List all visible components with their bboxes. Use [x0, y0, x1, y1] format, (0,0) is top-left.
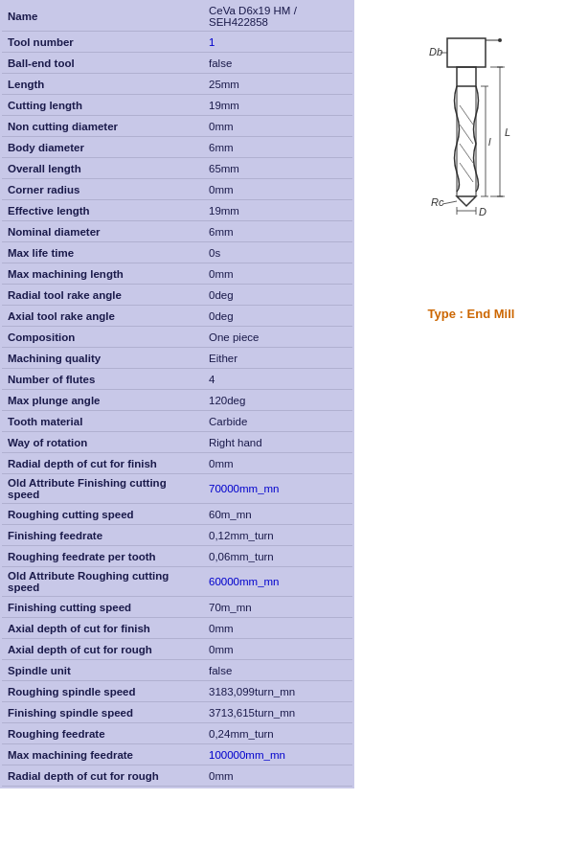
- prop-label: Non cutting diameter: [2, 118, 203, 135]
- prop-label: Max machining length: [2, 265, 203, 283]
- table-row: Axial tool rake angle0deg: [2, 306, 352, 327]
- prop-label: Number of flutes: [2, 371, 203, 388]
- prop-value: 0mm: [203, 641, 352, 658]
- prop-label: Axial depth of cut for rough: [2, 641, 203, 658]
- prop-label: Cutting length: [2, 97, 203, 114]
- prop-value: 120deg: [203, 392, 352, 409]
- table-row: Ball-end toolfalse: [2, 53, 352, 74]
- prop-label: Way of rotation: [2, 434, 203, 451]
- table-row: Spindle unitfalse: [2, 660, 352, 681]
- prop-value: false: [203, 662, 352, 679]
- table-row: Old Attribute Finishing cutting speed700…: [2, 474, 352, 504]
- prop-value: Carbide: [203, 413, 352, 430]
- svg-text:D: D: [479, 206, 486, 217]
- prop-label: Roughing spindle speed: [2, 683, 203, 700]
- table-row: Finishing feedrate0,12mm_turn: [2, 525, 352, 546]
- table-row: Radial tool rake angle0deg: [2, 285, 352, 306]
- prop-value: 0,12mm_turn: [203, 527, 352, 544]
- svg-marker-12: [457, 196, 476, 206]
- prop-value: 0deg: [203, 308, 352, 325]
- prop-label: Radial tool rake angle: [2, 286, 203, 304]
- table-row: CompositionOne piece: [2, 327, 352, 348]
- prop-value: 0s: [203, 244, 352, 262]
- prop-label: Composition: [2, 329, 203, 346]
- prop-label: Name: [2, 8, 203, 25]
- prop-value: 6mm: [203, 223, 352, 240]
- table-row: Non cutting diameter0mm: [2, 116, 352, 137]
- prop-value: 0mm: [203, 118, 352, 135]
- prop-label: Roughing feedrate per tooth: [2, 548, 203, 565]
- prop-label: Radial depth of cut for finish: [2, 455, 203, 472]
- properties-table: NameCeVa D6x19 HM / SEH422858Tool number…: [0, 0, 354, 788]
- prop-value: 1: [203, 34, 352, 51]
- svg-line-14: [442, 201, 457, 204]
- prop-label: Tooth material: [2, 413, 203, 430]
- table-row: Axial depth of cut for rough0mm: [2, 639, 352, 660]
- table-row: Length25mm: [2, 74, 352, 95]
- prop-label: Finishing spindle speed: [2, 704, 203, 721]
- prop-label: Old Attribute Roughing cutting speed: [2, 567, 203, 596]
- prop-value: 60000mm_mn: [203, 573, 352, 590]
- prop-label: Overall length: [2, 160, 203, 177]
- prop-value: 4: [203, 371, 352, 388]
- prop-label: Corner radius: [2, 181, 203, 198]
- prop-value: 6mm: [203, 139, 352, 156]
- prop-value: 3183,099turn_mn: [203, 683, 352, 700]
- type-label: Type : End Mill: [428, 307, 515, 321]
- prop-value: 3713,615turn_mn: [203, 704, 352, 721]
- table-row: Roughing feedrate0,24mm_turn: [2, 723, 352, 744]
- table-row: Max life time0s: [2, 242, 352, 263]
- prop-value: 60m_mn: [203, 506, 352, 523]
- prop-value: 0mm: [203, 181, 352, 198]
- svg-line-8: [460, 105, 473, 125]
- table-row: Overall length65mm: [2, 158, 352, 179]
- prop-value: false: [203, 55, 352, 72]
- table-row: Old Attribute Roughing cutting speed6000…: [2, 567, 352, 597]
- svg-rect-0: [447, 38, 486, 67]
- table-row: Tooth materialCarbide: [2, 411, 352, 432]
- prop-value: Either: [203, 350, 352, 367]
- table-row: Corner radius0mm: [2, 179, 352, 200]
- svg-line-9: [460, 125, 473, 144]
- prop-value: 0deg: [203, 286, 352, 304]
- svg-text:l: l: [488, 136, 491, 148]
- prop-value: 0mm: [203, 767, 352, 785]
- prop-label: Nominal diameter: [2, 223, 203, 240]
- prop-label: Roughing feedrate: [2, 725, 203, 742]
- svg-text:Db: Db: [429, 46, 442, 57]
- prop-value: CeVa D6x19 HM / SEH422858: [203, 2, 352, 31]
- table-row: Radial depth of cut for finish0mm: [2, 453, 352, 474]
- svg-line-11: [460, 163, 473, 182]
- prop-label: Max plunge angle: [2, 392, 203, 409]
- prop-value: 0,24mm_turn: [203, 725, 352, 742]
- prop-label: Machining quality: [2, 350, 203, 367]
- prop-value: 0mm: [203, 620, 352, 637]
- table-row: Number of flutes4: [2, 369, 352, 390]
- prop-label: Max machining feedrate: [2, 746, 203, 764]
- prop-value: 70000mm_mn: [203, 480, 352, 497]
- table-row: Max machining length0mm: [2, 263, 352, 285]
- prop-label: Spindle unit: [2, 662, 203, 679]
- prop-value: 0,06mm_turn: [203, 548, 352, 565]
- prop-value: 25mm: [203, 76, 352, 93]
- prop-value: 100000mm_mn: [203, 746, 352, 764]
- prop-value: 19mm: [203, 97, 352, 114]
- prop-label: Effective length: [2, 202, 203, 219]
- table-row: NameCeVa D6x19 HM / SEH422858: [2, 2, 352, 32]
- prop-label: Body diameter: [2, 139, 203, 156]
- prop-value: 0mm: [203, 455, 352, 472]
- table-row: Roughing feedrate per tooth0,06mm_turn: [2, 546, 352, 567]
- prop-value: 19mm: [203, 202, 352, 219]
- svg-text:L: L: [505, 126, 510, 138]
- prop-label: Finishing feedrate: [2, 527, 203, 544]
- prop-value: 70m_mn: [203, 599, 352, 616]
- table-row: Tool number1: [2, 32, 352, 53]
- table-row: Effective length19mm: [2, 200, 352, 221]
- table-row: Way of rotationRight hand: [2, 432, 352, 453]
- table-row: Nominal diameter6mm: [2, 221, 352, 242]
- table-row: Cutting length19mm: [2, 95, 352, 116]
- table-row: Roughing cutting speed60m_mn: [2, 504, 352, 525]
- table-row: Finishing cutting speed70m_mn: [2, 597, 352, 618]
- prop-label: Old Attribute Finishing cutting speed: [2, 474, 203, 503]
- prop-label: Roughing cutting speed: [2, 506, 203, 523]
